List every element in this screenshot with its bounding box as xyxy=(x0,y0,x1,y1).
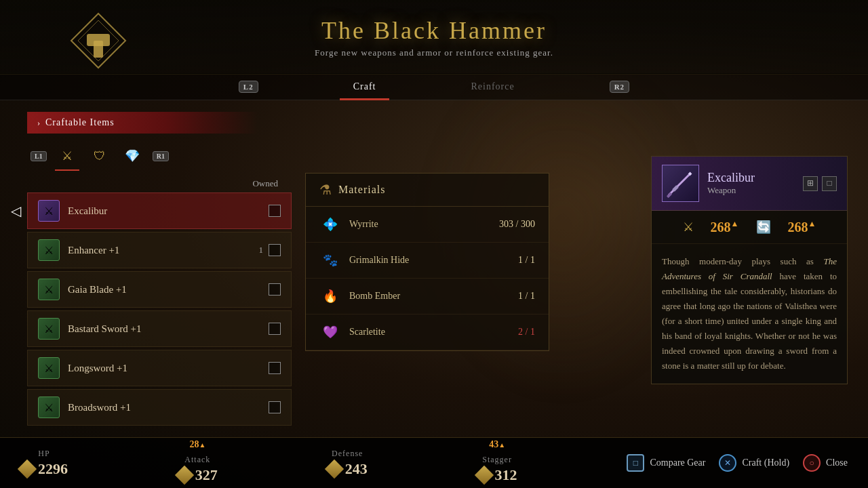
scarletite-name: Scarletite xyxy=(349,327,518,338)
detail-name: Excalibur xyxy=(707,171,755,185)
stagger-stat-group: 43▲ Stagger 312 xyxy=(477,443,517,484)
craft-hold-icon: ✕ xyxy=(719,454,736,472)
stagger-stat-value: 268▲ xyxy=(788,219,816,235)
attack-value: 327 xyxy=(195,466,218,484)
scarletite-qty: 2 / 1 xyxy=(518,327,535,338)
attack-stat-group: 28▲ Attack 327 xyxy=(178,443,218,484)
l1-button: L1 xyxy=(31,151,47,161)
stagger-main: 312 xyxy=(477,466,517,484)
item-row[interactable]: ⚔ Bastard Sword +1 xyxy=(27,310,292,347)
attack-stat-value: 268▲ xyxy=(711,219,739,235)
header: The Black Hammer Forge new weapons and a… xyxy=(0,0,868,75)
filter-sword-btn[interactable]: ⚔ xyxy=(55,144,79,168)
l2-button: L2 xyxy=(239,81,258,93)
item-checkbox-broadsword xyxy=(269,401,281,413)
craft-hold-label: Craft (Hold) xyxy=(742,458,789,468)
hp-label: HP xyxy=(38,449,50,459)
wyrrite-qty: 303 / 300 xyxy=(499,219,535,230)
bottom-bar: HP 2296 28▲ Attack 327 Defense 243 43▲ S… xyxy=(0,437,868,488)
attack-bonus: 28▲ xyxy=(189,439,205,450)
stagger-bonus: 43▲ xyxy=(489,439,505,450)
materials-header: ⚗ Materials xyxy=(306,174,549,207)
stats-row: ⚔ 268▲ 🔄 268▲ xyxy=(652,211,847,244)
material-row-wyrrite: 💠 Wyrrite 303 / 300 xyxy=(306,207,549,243)
tab-bar: L2 Craft Reinforce R2 xyxy=(0,73,868,100)
stagger-diamond-icon xyxy=(474,465,493,484)
filter-row: L1 ⚔ 🛡 💎 R1 xyxy=(27,144,312,168)
item-list: ◁ ⚔ Excalibur ⚔ Enhancer +1 1 ⚔ Gaia Bla… xyxy=(27,192,312,426)
bomb-name: Bomb Ember xyxy=(349,291,518,302)
item-row[interactable]: ⚔ Enhancer +1 1 xyxy=(27,232,292,268)
svg-line-4 xyxy=(669,175,689,195)
defense-label: Defense xyxy=(332,449,363,459)
grimalkin-qty: 1 / 1 xyxy=(518,255,535,266)
detail-action-icons: ⊞ □ xyxy=(803,176,837,191)
detail-type: Weapon xyxy=(707,185,755,196)
wyrrite-name: Wyrrite xyxy=(349,219,499,230)
hp-stat-group: HP 2296 xyxy=(20,449,68,478)
tab-reinforce-label: Reinforce xyxy=(471,81,514,92)
detail-compare-icon[interactable]: ⊞ xyxy=(803,176,818,191)
stagger-up-icon: ▲ xyxy=(808,219,816,228)
detail-extra-icon[interactable]: □ xyxy=(822,176,837,191)
craftable-header: › Craftable Items xyxy=(27,112,258,134)
tab-craft[interactable]: Craft xyxy=(340,76,390,98)
tab-craft-label: Craft xyxy=(353,81,376,92)
close-label: Close xyxy=(826,458,848,468)
detail-thumbnail xyxy=(662,165,699,202)
stagger-value: 312 xyxy=(495,466,517,484)
item-icon-gaia: ⚔ xyxy=(38,279,60,300)
defense-value: 243 xyxy=(345,460,368,478)
tab-reinforce[interactable]: Reinforce xyxy=(457,76,528,98)
tab-reinforce-right-btn: R2 xyxy=(596,75,643,98)
stagger-stat-icon: 🔄 xyxy=(756,220,771,235)
bomb-qty: 1 / 1 xyxy=(518,291,535,302)
filter-shield-btn[interactable]: 🛡 xyxy=(87,144,112,168)
defense-main: 243 xyxy=(328,460,368,478)
filter-gem-btn[interactable]: 💎 xyxy=(120,144,144,168)
compare-gear-label: Compare Gear xyxy=(650,458,705,468)
item-icon-longsword: ⚔ xyxy=(38,357,60,379)
item-owned-enhancer: 1 xyxy=(259,245,264,256)
scarletite-icon: 💜 xyxy=(319,321,341,343)
defense-stat-group: Defense 243 xyxy=(328,449,368,478)
item-icon-broadsword: ⚔ xyxy=(38,396,60,418)
detail-header: Excalibur Weapon ⊞ □ xyxy=(652,157,847,211)
item-row[interactable]: ⚔ Gaia Blade +1 xyxy=(27,271,292,308)
item-checkbox-gaia xyxy=(269,283,281,296)
item-icon-bastard: ⚔ xyxy=(38,318,60,340)
item-checkbox-longsword xyxy=(269,362,281,374)
item-name-gaia: Gaia Blade +1 xyxy=(68,284,269,296)
svg-line-5 xyxy=(689,173,691,175)
attack-up-icon: ▲ xyxy=(731,219,739,228)
attack-main: 327 xyxy=(178,466,218,484)
detail-info: Excalibur Weapon xyxy=(707,171,755,196)
shield-icon: 🛡 xyxy=(90,146,109,165)
left-panel: › Craftable Items L1 ⚔ 🛡 💎 R1 Owned ◁ ⚔ … xyxy=(27,112,312,426)
chevron-icon: › xyxy=(37,118,40,128)
hp-diamond-icon xyxy=(18,459,37,478)
material-row-scarletite: 💜 Scarletite 2 / 1 xyxy=(306,314,549,350)
item-name-longsword: Longsword +1 xyxy=(68,363,269,374)
item-name-broadsword: Broadsword +1 xyxy=(68,402,269,413)
item-row[interactable]: ⚔ Longsword +1 xyxy=(27,350,292,386)
materials-title: Materials xyxy=(338,184,385,196)
close-btn[interactable]: ○ Close xyxy=(803,454,848,472)
compare-gear-icon: □ xyxy=(627,454,644,472)
r1-button: R1 xyxy=(153,151,169,161)
attack-label: Attack xyxy=(184,455,210,465)
stagger-label: Stagger xyxy=(482,455,512,465)
item-name-bastard: Bastard Sword +1 xyxy=(68,323,269,335)
item-row[interactable]: ◁ ⚔ Excalibur xyxy=(27,192,292,229)
grimalkin-icon: 🐾 xyxy=(319,249,341,271)
item-checkbox-excalibur xyxy=(269,205,281,217)
compare-gear-btn[interactable]: □ Compare Gear xyxy=(627,454,705,472)
item-row[interactable]: ⚔ Broadsword +1 xyxy=(27,389,292,426)
item-name-excalibur: Excalibur xyxy=(68,205,269,217)
craft-hold-btn[interactable]: ✕ Craft (Hold) xyxy=(719,454,789,472)
hp-value: 2296 xyxy=(38,460,68,478)
grimalkin-name: Grimalkin Hide xyxy=(349,255,518,266)
item-name-enhancer: Enhancer +1 xyxy=(68,245,259,256)
material-row-grimalkin: 🐾 Grimalkin Hide 1 / 1 xyxy=(306,243,549,279)
detail-description: Though modern-day plays such as The Adve… xyxy=(652,244,847,384)
